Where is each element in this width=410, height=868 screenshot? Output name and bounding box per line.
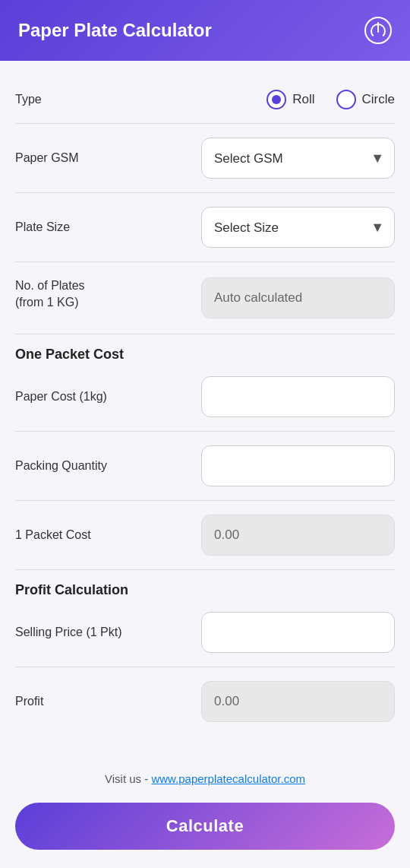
plate-size-select-wrapper: Select Size 4 inch 5 inch 6 inch 7 inch … <box>201 207 395 248</box>
divider-3 <box>15 261 395 262</box>
packing-qty-row: Packing Quantity <box>15 435 395 497</box>
plate-size-row: Plate Size Select Size 4 inch 5 inch 6 i… <box>15 196 395 258</box>
radio-circle-label: Circle <box>362 92 395 107</box>
selling-price-label: Selling Price (1 Pkt) <box>15 626 122 639</box>
calculate-btn-wrapper: Calculate <box>0 795 410 868</box>
num-plates-value: Auto calculated <box>201 277 395 318</box>
divider-2 <box>15 192 395 193</box>
radio-roll-circle[interactable] <box>266 90 286 109</box>
divider-5 <box>15 431 395 432</box>
app-title: Paper Plate Calculator <box>18 20 212 41</box>
power-icon[interactable] <box>364 17 392 44</box>
selling-price-row: Selling Price (1 Pkt) <box>15 601 395 664</box>
packet-cost-row: 1 Packet Cost 0.00 <box>15 504 395 566</box>
radio-roll-label: Roll <box>292 92 314 107</box>
profit-text: 0.00 <box>214 694 239 709</box>
profit-label: Profit <box>15 695 43 708</box>
profit-row: Profit 0.00 <box>15 670 395 733</box>
num-plates-label: No. of Plates(from 1 KG) <box>15 277 85 312</box>
selling-price-input[interactable] <box>201 612 395 653</box>
num-plates-row: No. of Plates(from 1 KG) Auto calculated <box>15 265 395 331</box>
paper-cost-input[interactable] <box>201 376 395 417</box>
paper-gsm-select-wrapper: Select GSM 60 GSM 70 GSM 80 GSM 90 GSM 1… <box>201 138 395 179</box>
profit-section: Profit Calculation <box>15 573 395 601</box>
packet-cost-label: 1 Packet Cost <box>15 528 91 542</box>
profit-value: 0.00 <box>201 681 395 722</box>
radio-circle[interactable]: Circle <box>336 90 395 109</box>
paper-gsm-label: Paper GSM <box>15 151 79 165</box>
packing-qty-input[interactable] <box>201 445 395 486</box>
divider-1 <box>15 123 395 124</box>
divider-7 <box>15 569 395 570</box>
num-plates-text: Auto calculated <box>214 290 302 306</box>
divider-6 <box>15 500 395 501</box>
paper-gsm-row: Paper GSM Select GSM 60 GSM 70 GSM 80 GS… <box>15 127 395 189</box>
calculate-button[interactable]: Calculate <box>15 803 395 850</box>
radio-roll[interactable]: Roll <box>266 90 314 109</box>
type-label: Type <box>15 93 42 106</box>
divider-4 <box>15 334 395 334</box>
main-content: Type Roll Circle Paper GSM Select GSM 60… <box>0 61 410 763</box>
one-packet-title: One Packet Cost <box>15 341 124 365</box>
packet-cost-value: 0.00 <box>201 515 395 556</box>
paper-gsm-select[interactable]: Select GSM 60 GSM 70 GSM 80 GSM 90 GSM 1… <box>201 138 395 179</box>
plate-size-select[interactable]: Select Size 4 inch 5 inch 6 inch 7 inch … <box>201 207 395 248</box>
profit-title: Profit Calculation <box>15 576 128 600</box>
plate-size-label: Plate Size <box>15 220 70 234</box>
packet-cost-text: 0.00 <box>214 527 239 543</box>
divider-8 <box>15 667 395 667</box>
type-row: Type Roll Circle <box>15 79 395 120</box>
footer-link[interactable]: www.paperplatecalculator.com <box>151 772 305 785</box>
paper-cost-label: Paper Cost (1kg) <box>15 390 107 404</box>
app-header: Paper Plate Calculator <box>0 0 410 61</box>
footer-text: Visit us - <box>105 772 151 785</box>
footer: Visit us - www.paperplatecalculator.com <box>0 763 410 795</box>
paper-cost-row: Paper Cost (1kg) <box>15 366 395 428</box>
packing-qty-label: Packing Quantity <box>15 459 107 473</box>
one-packet-section: One Packet Cost <box>15 337 395 366</box>
radio-circle-circle[interactable] <box>336 90 356 109</box>
type-radio-group: Roll Circle <box>42 90 395 109</box>
